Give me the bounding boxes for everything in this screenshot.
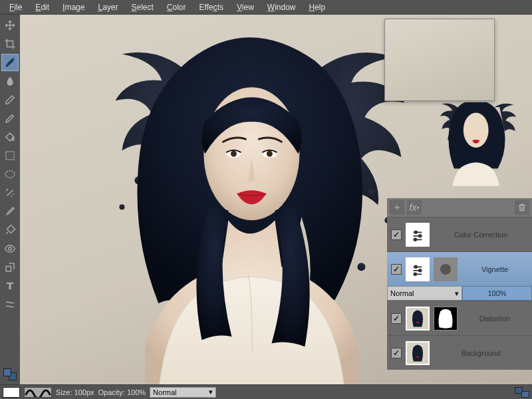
move-tool[interactable] (1, 17, 19, 34)
svg-point-9 (357, 263, 365, 271)
layer-row-distortion[interactable]: Distortion (387, 301, 532, 335)
menu-help[interactable]: Help (303, 1, 332, 13)
canvas-image (75, 21, 421, 384)
layer-opacity-input[interactable]: 100% (462, 286, 532, 301)
menu-view[interactable]: View (230, 1, 261, 13)
clone-tool[interactable] (1, 259, 19, 276)
brush-color-swatch[interactable] (3, 387, 20, 398)
rect-select-tool[interactable] (1, 147, 19, 164)
chevron-down-icon: ▾ (455, 289, 459, 298)
layer-thumbnail (406, 223, 430, 247)
svg-point-2 (5, 171, 15, 178)
svg-point-18 (414, 238, 417, 241)
layers-panel: ＋ fx▾ Color Correction Vignette (387, 198, 532, 370)
ellipse-select-tool[interactable] (1, 166, 19, 183)
color-swatches[interactable] (2, 367, 18, 382)
warp-tool[interactable] (1, 296, 19, 313)
menu-color[interactable]: Color (160, 1, 193, 13)
brush-blend-value: Normal (153, 388, 176, 396)
layer-name: Distortion (462, 315, 528, 323)
svg-point-17 (419, 235, 422, 237)
svg-point-19 (414, 265, 417, 268)
navigator-panel[interactable] (384, 19, 495, 101)
tool-options-bar: Size: 100px Opacity: 100% Normal ▾ (0, 384, 532, 399)
menu-image[interactable]: Image (56, 1, 91, 13)
svg-point-23 (440, 264, 451, 275)
blend-mode-select[interactable]: Normal ▾ (387, 286, 462, 301)
canvas[interactable]: ＋ fx▾ Color Correction Vignette (20, 15, 532, 384)
smudge-tool[interactable] (1, 72, 19, 90)
svg-point-21 (414, 273, 417, 275)
layer-visibility-toggle[interactable] (391, 229, 402, 240)
foreground-color-swatch[interactable] (3, 368, 11, 376)
layer-visibility-toggle[interactable] (391, 264, 402, 275)
menu-effects[interactable]: Effects (193, 1, 230, 13)
svg-point-6 (366, 189, 376, 198)
text-tool[interactable] (1, 277, 19, 295)
brush-size-label: Size: 100px (56, 388, 94, 396)
layer-thumbnail (406, 307, 430, 331)
menu-window[interactable]: Window (261, 1, 303, 13)
tool-palette (0, 15, 20, 384)
delete-layer-button[interactable] (515, 200, 529, 215)
layer-fx-button[interactable]: fx▾ (407, 200, 422, 215)
svg-point-5 (119, 204, 124, 209)
svg-rect-1 (6, 152, 14, 160)
brush-stroke-preview[interactable] (24, 387, 52, 398)
layer-visibility-toggle[interactable] (391, 313, 402, 324)
layer-blend-row: Normal ▾ 100% (387, 286, 532, 301)
brush-tool[interactable] (1, 54, 19, 71)
navigator-thumbnail (423, 102, 456, 187)
chevron-down-icon: ▾ (209, 388, 213, 396)
layer-visibility-toggle[interactable] (391, 348, 402, 358)
crop-tool[interactable] (1, 35, 19, 53)
add-layer-button[interactable]: ＋ (390, 200, 404, 215)
spacer (497, 200, 512, 215)
brush-opacity-label: Opacity: 100% (98, 388, 146, 396)
svg-point-16 (414, 231, 417, 233)
layer-mask-thumbnail (434, 307, 458, 331)
svg-point-20 (419, 269, 422, 272)
fill-tool[interactable] (1, 128, 19, 146)
menu-edit[interactable]: Edit (29, 1, 56, 13)
color-picker-tool[interactable] (1, 203, 19, 220)
layer-name: Color Correction (434, 231, 528, 239)
svg-point-12 (231, 151, 237, 157)
svg-point-14 (267, 151, 273, 157)
eraser-tool[interactable] (1, 91, 19, 108)
layer-name: Background (434, 349, 528, 357)
layer-row-color-correction[interactable]: Color Correction (387, 217, 532, 251)
menu-select[interactable]: Select (124, 1, 160, 13)
pencil-tool[interactable] (1, 110, 19, 127)
magic-wand-tool[interactable] (1, 184, 19, 201)
svg-point-3 (9, 247, 12, 251)
layer-row-background[interactable]: Background (387, 335, 532, 370)
layer-thumbnail (406, 257, 430, 281)
secondary-color-swatches[interactable] (515, 387, 529, 398)
menu-bar: File Edit Image Layer Select Color Effec… (0, 0, 532, 15)
layer-mask-thumbnail (434, 257, 458, 281)
menu-file[interactable]: File (3, 1, 29, 13)
visibility-tool[interactable] (1, 240, 19, 257)
layer-row-vignette[interactable]: Vignette (387, 251, 532, 286)
brush-blend-select[interactable]: Normal ▾ (150, 387, 216, 398)
menu-layer[interactable]: Layer (91, 1, 124, 13)
layers-panel-header: ＋ fx▾ (387, 198, 532, 217)
layer-thumbnail (406, 341, 430, 365)
layer-name: Vignette (462, 265, 528, 273)
blend-mode-value: Normal (390, 289, 414, 297)
heal-tool[interactable] (1, 221, 19, 239)
svg-point-0 (6, 65, 9, 67)
